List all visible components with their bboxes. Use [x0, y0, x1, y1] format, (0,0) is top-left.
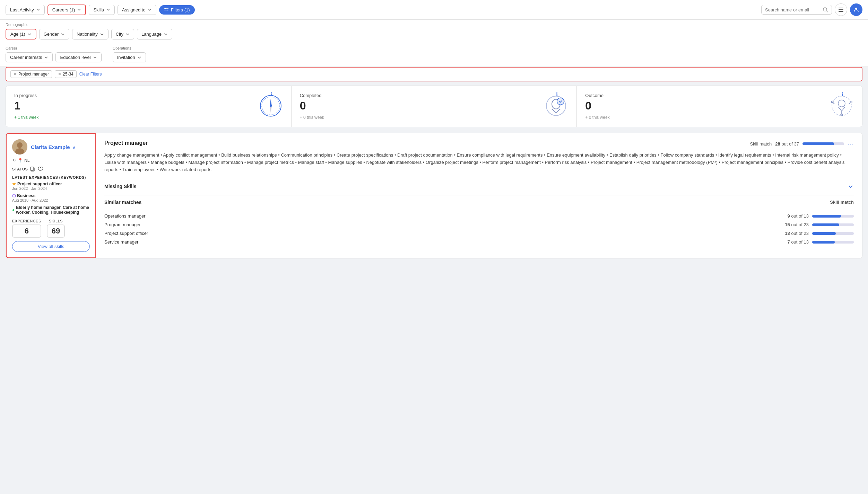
similar-bar-2: [812, 232, 854, 235]
filter-last-activity[interactable]: Last Activity: [6, 5, 45, 15]
filter-career-interests[interactable]: Career interests: [6, 52, 53, 62]
svg-point-19: [557, 98, 564, 105]
candidate-sidebar: Clarita Example ∧ 📍 NL STATUS LATEST EXP…: [6, 133, 96, 258]
svg-point-31: [17, 142, 23, 148]
job-title: Project manager: [104, 140, 148, 146]
career-filters: Career interests Education level: [6, 52, 102, 62]
active-filters-wrapper: ✕ Project manager ✕ 25-34 Clear Filters: [0, 67, 868, 81]
heart-icon[interactable]: [37, 166, 43, 172]
compass-icon: [259, 94, 283, 119]
career-section: Career Career interests Education level: [6, 46, 102, 62]
similar-matches: Similar matches Skill match Operations m…: [104, 195, 854, 245]
svg-point-14: [270, 105, 272, 107]
candidate-stats-bottom: EXPERIENCES 6 SKILLS 69: [12, 219, 90, 238]
svg-point-4: [823, 8, 827, 11]
active-filters: ✕ Project manager ✕ 25-34 Clear Filters: [6, 67, 862, 81]
career-operations-bar: Career Career interests Education level …: [0, 43, 868, 67]
info-icon-outcome: ℹ: [842, 91, 843, 97]
filter-assigned-to[interactable]: Assigned to: [118, 5, 156, 15]
exp-item-2: ● Elderly home manager, Care at home wor…: [12, 205, 90, 215]
search-input[interactable]: [765, 7, 821, 12]
filter-language[interactable]: Language: [137, 29, 172, 39]
skill-match-row: Skill match 28 out of 37 ⋯: [750, 140, 854, 148]
svg-point-21: [838, 100, 845, 107]
filter-careers[interactable]: Careers (1): [47, 5, 86, 15]
career-label: Career: [6, 46, 102, 50]
filter-education-level[interactable]: Education level: [55, 52, 101, 62]
filters-button[interactable]: Filters (1): [159, 5, 195, 15]
operations-filters: Invitation: [113, 52, 146, 62]
nationality: 📍 NL: [12, 158, 90, 163]
filter-gender[interactable]: Gender: [39, 29, 69, 39]
skill-match-bar: [802, 142, 844, 145]
remove-age-range[interactable]: ✕: [58, 72, 61, 77]
svg-line-17: [552, 109, 556, 113]
missing-skills-row: Missing Skills: [104, 179, 854, 189]
info-icon-completed: ℹ: [556, 91, 558, 97]
skill-match-score: 28 out of 37: [775, 141, 799, 147]
avatar: [12, 139, 27, 155]
demographic-filters: Age (1) Gender Nationality City Language: [6, 29, 862, 39]
profile-button[interactable]: [850, 3, 862, 16]
candidate-header: Clarita Example ∧: [12, 139, 90, 155]
top-bar: Last Activity Careers (1) Skills Assigne…: [0, 0, 868, 20]
svg-rect-35: [31, 167, 34, 170]
filter-nationality[interactable]: Nationality: [72, 29, 108, 39]
copy-icon[interactable]: [30, 166, 35, 172]
svg-rect-7: [839, 9, 843, 10]
more-options-button[interactable]: ⋯: [848, 140, 854, 148]
svg-point-28: [850, 101, 852, 103]
job-description: Apply change management • Apply conflict…: [104, 152, 854, 173]
stats-row: In progress 1 + 1 this week ℹ Completed …: [6, 86, 862, 127]
svg-line-23: [842, 107, 845, 111]
filter-age[interactable]: Age (1): [6, 29, 36, 39]
expand-icon[interactable]: ∧: [72, 145, 76, 150]
svg-point-2: [165, 8, 166, 9]
clear-filters-link[interactable]: Clear Filters: [79, 72, 102, 77]
info-icon-in-progress: ℹ: [271, 91, 272, 97]
completed-icon: [544, 94, 568, 119]
svg-line-18: [556, 109, 560, 113]
candidate-name-group: Clarita Example ∧: [31, 144, 76, 150]
svg-rect-8: [839, 11, 843, 12]
svg-rect-6: [839, 8, 843, 8]
view-all-skills-button[interactable]: View all skills: [12, 241, 90, 252]
svg-line-22: [838, 107, 842, 111]
svg-line-5: [826, 11, 828, 12]
search-icon: [823, 7, 828, 12]
similar-bar-0: [812, 215, 854, 218]
stat-outcome: Outcome 0 + 0 this week ℹ: [577, 86, 862, 127]
filter-tag-project-manager: ✕ Project manager: [10, 70, 52, 78]
similar-row-3: Service manager 7 out of 13: [104, 239, 854, 245]
stat-completed: Completed 0 + 0 this week ℹ: [292, 86, 577, 127]
filter-city[interactable]: City: [111, 29, 134, 39]
demographic-bar: Demographic Age (1) Gender Nationality C…: [0, 20, 868, 43]
location-icon: [12, 158, 16, 162]
missing-skills-chevron[interactable]: [848, 183, 854, 189]
demographic-label: Demographic: [6, 23, 862, 27]
operations-section: Operations Invitation: [113, 46, 146, 62]
exp-item-1: ⬡ Business Aug 2018 - Aug 2022: [12, 193, 90, 202]
similar-bar-3: [812, 241, 854, 244]
status-row: STATUS: [12, 166, 90, 172]
list-view-button[interactable]: [835, 3, 847, 16]
svg-point-9: [855, 8, 857, 10]
similar-row-2: Project support officer 13 out of 23: [104, 231, 854, 236]
filter-invitation[interactable]: Invitation: [113, 52, 146, 62]
remove-project-manager[interactable]: ✕: [14, 72, 17, 77]
main-content: In progress 1 + 1 this week ℹ Completed …: [0, 86, 868, 264]
exp-item-0: ★ Project support officer Jun 2022 - Jan…: [12, 182, 90, 191]
candidate-panel: Clarita Example ∧ 📍 NL STATUS LATEST EXP…: [6, 133, 862, 258]
svg-point-3: [166, 10, 167, 11]
similar-row-1: Program manager 15 out of 23: [104, 222, 854, 227]
filter-tag-age-range: ✕ 25-34: [55, 70, 77, 78]
filter-skills[interactable]: Skills: [89, 5, 114, 15]
candidate-detail: Project manager Skill match 28 out of 37…: [96, 133, 862, 258]
similar-row-0: Operations manager 9 out of 13: [104, 213, 854, 219]
skills-count: SKILLS 69: [47, 219, 65, 238]
outcome-icon: [830, 94, 854, 119]
search-box: [761, 5, 832, 15]
operations-label: Operations: [113, 46, 146, 50]
svg-point-33: [13, 159, 15, 161]
experiences-count: EXPERIENCES 6: [12, 219, 41, 238]
